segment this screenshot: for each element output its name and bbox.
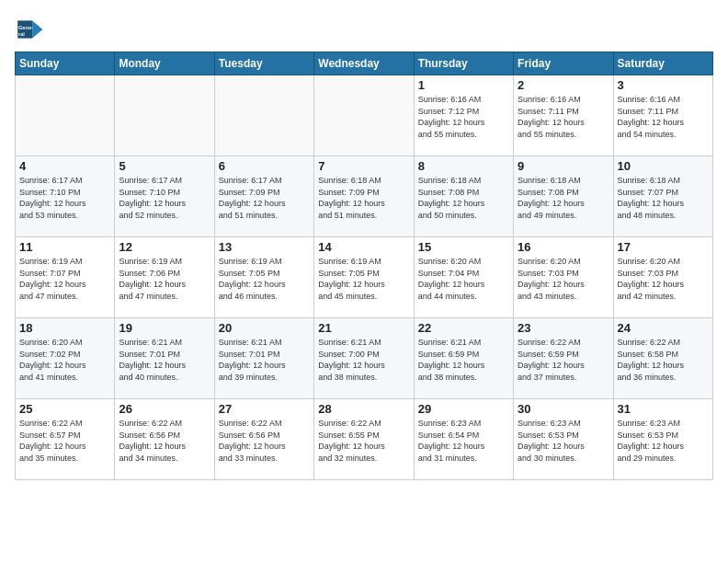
day-number: 4: [19, 159, 110, 173]
day-number: 18: [19, 321, 110, 335]
day-number: 2: [518, 78, 609, 92]
svg-text:ral: ral: [18, 31, 25, 37]
day-number: 12: [119, 240, 210, 254]
day-number: 22: [418, 321, 509, 335]
calendar-day-cell: 30Sunrise: 6:23 AM Sunset: 6:53 PM Dayli…: [514, 399, 613, 480]
day-number: 20: [219, 321, 310, 335]
day-info: Sunrise: 6:19 AM Sunset: 7:05 PM Dayligh…: [219, 256, 310, 302]
calendar-week-row: 11Sunrise: 6:19 AM Sunset: 7:07 PM Dayli…: [16, 237, 713, 318]
day-info: Sunrise: 6:21 AM Sunset: 7:01 PM Dayligh…: [119, 337, 210, 383]
day-number: 13: [219, 240, 310, 254]
day-number: 5: [119, 159, 210, 173]
day-number: 7: [318, 159, 409, 173]
calendar-day-cell: [115, 75, 214, 156]
calendar-day-cell: 15Sunrise: 6:20 AM Sunset: 7:04 PM Dayli…: [414, 237, 513, 318]
day-number: 31: [618, 402, 709, 416]
calendar-day-cell: 8Sunrise: 6:18 AM Sunset: 7:08 PM Daylig…: [414, 156, 513, 237]
calendar-day-cell: 10Sunrise: 6:18 AM Sunset: 7:07 PM Dayli…: [613, 156, 712, 237]
day-info: Sunrise: 6:20 AM Sunset: 7:03 PM Dayligh…: [518, 256, 609, 302]
calendar-day-cell: 4Sunrise: 6:17 AM Sunset: 7:10 PM Daylig…: [16, 156, 115, 237]
day-number: 27: [219, 402, 310, 416]
calendar-day-cell: 17Sunrise: 6:20 AM Sunset: 7:03 PM Dayli…: [613, 237, 712, 318]
day-number: 15: [418, 240, 509, 254]
calendar-day-cell: 1Sunrise: 6:16 AM Sunset: 7:12 PM Daylig…: [414, 75, 513, 156]
calendar-day-cell: 26Sunrise: 6:22 AM Sunset: 6:56 PM Dayli…: [115, 399, 214, 480]
calendar-week-row: 4Sunrise: 6:17 AM Sunset: 7:10 PM Daylig…: [16, 156, 713, 237]
day-info: Sunrise: 6:21 AM Sunset: 7:00 PM Dayligh…: [318, 337, 409, 383]
weekday-header-cell: Thursday: [414, 52, 513, 75]
day-number: 16: [518, 240, 609, 254]
day-info: Sunrise: 6:18 AM Sunset: 7:07 PM Dayligh…: [618, 175, 709, 221]
day-info: Sunrise: 6:19 AM Sunset: 7:05 PM Dayligh…: [318, 256, 409, 302]
day-info: Sunrise: 6:16 AM Sunset: 7:11 PM Dayligh…: [618, 94, 709, 140]
day-info: Sunrise: 6:19 AM Sunset: 7:06 PM Dayligh…: [119, 256, 210, 302]
day-info: Sunrise: 6:18 AM Sunset: 7:09 PM Dayligh…: [318, 175, 409, 221]
day-number: 11: [19, 240, 110, 254]
day-info: Sunrise: 6:22 AM Sunset: 6:56 PM Dayligh…: [219, 418, 310, 464]
calendar-day-cell: 6Sunrise: 6:17 AM Sunset: 7:09 PM Daylig…: [214, 156, 313, 237]
calendar-day-cell: 23Sunrise: 6:22 AM Sunset: 6:59 PM Dayli…: [514, 318, 613, 399]
day-number: 21: [318, 321, 409, 335]
day-info: Sunrise: 6:22 AM Sunset: 6:55 PM Dayligh…: [318, 418, 409, 464]
calendar-day-cell: 29Sunrise: 6:23 AM Sunset: 6:54 PM Dayli…: [414, 399, 513, 480]
day-info: Sunrise: 6:16 AM Sunset: 7:12 PM Dayligh…: [418, 94, 509, 140]
calendar-day-cell: 2Sunrise: 6:16 AM Sunset: 7:11 PM Daylig…: [514, 75, 613, 156]
calendar-day-cell: 7Sunrise: 6:18 AM Sunset: 7:09 PM Daylig…: [314, 156, 414, 237]
weekday-header-cell: Tuesday: [214, 52, 313, 75]
calendar-day-cell: 5Sunrise: 6:17 AM Sunset: 7:10 PM Daylig…: [115, 156, 214, 237]
weekday-header-cell: Friday: [514, 52, 613, 75]
logo: Gene- ral: [15, 15, 48, 44]
day-info: Sunrise: 6:20 AM Sunset: 7:04 PM Dayligh…: [418, 256, 509, 302]
day-info: Sunrise: 6:21 AM Sunset: 7:01 PM Dayligh…: [219, 337, 310, 383]
day-info: Sunrise: 6:22 AM Sunset: 6:58 PM Dayligh…: [618, 337, 709, 383]
day-number: 17: [618, 240, 709, 254]
day-info: Sunrise: 6:22 AM Sunset: 6:56 PM Dayligh…: [119, 418, 210, 464]
calendar-day-cell: 20Sunrise: 6:21 AM Sunset: 7:01 PM Dayli…: [214, 318, 313, 399]
day-info: Sunrise: 6:18 AM Sunset: 7:08 PM Dayligh…: [518, 175, 609, 221]
calendar-week-row: 1Sunrise: 6:16 AM Sunset: 7:12 PM Daylig…: [16, 75, 713, 156]
day-number: 29: [418, 402, 509, 416]
calendar-day-cell: [214, 75, 313, 156]
day-info: Sunrise: 6:21 AM Sunset: 6:59 PM Dayligh…: [418, 337, 509, 383]
day-info: Sunrise: 6:22 AM Sunset: 6:57 PM Dayligh…: [19, 418, 110, 464]
day-number: 9: [518, 159, 609, 173]
calendar-day-cell: 16Sunrise: 6:20 AM Sunset: 7:03 PM Dayli…: [514, 237, 613, 318]
day-number: 26: [119, 402, 210, 416]
day-info: Sunrise: 6:23 AM Sunset: 6:53 PM Dayligh…: [518, 418, 609, 464]
day-info: Sunrise: 6:23 AM Sunset: 6:53 PM Dayligh…: [618, 418, 709, 464]
day-number: 14: [318, 240, 409, 254]
svg-text:Gene-: Gene-: [18, 25, 33, 30]
day-number: 23: [518, 321, 609, 335]
day-info: Sunrise: 6:23 AM Sunset: 6:54 PM Dayligh…: [418, 418, 509, 464]
calendar-day-cell: 27Sunrise: 6:22 AM Sunset: 6:56 PM Dayli…: [214, 399, 313, 480]
day-number: 19: [119, 321, 210, 335]
day-number: 1: [418, 78, 509, 92]
day-info: Sunrise: 6:20 AM Sunset: 7:02 PM Dayligh…: [19, 337, 110, 383]
calendar-day-cell: 11Sunrise: 6:19 AM Sunset: 7:07 PM Dayli…: [16, 237, 115, 318]
calendar-day-cell: 18Sunrise: 6:20 AM Sunset: 7:02 PM Dayli…: [16, 318, 115, 399]
page-header: Gene- ral: [15, 15, 713, 44]
calendar-week-row: 25Sunrise: 6:22 AM Sunset: 6:57 PM Dayli…: [16, 399, 713, 480]
calendar-day-cell: 25Sunrise: 6:22 AM Sunset: 6:57 PM Dayli…: [16, 399, 115, 480]
calendar-day-cell: [314, 75, 414, 156]
weekday-header-cell: Saturday: [613, 52, 712, 75]
day-number: 24: [618, 321, 709, 335]
day-info: Sunrise: 6:17 AM Sunset: 7:10 PM Dayligh…: [19, 175, 110, 221]
calendar-day-cell: 14Sunrise: 6:19 AM Sunset: 7:05 PM Dayli…: [314, 237, 414, 318]
day-number: 8: [418, 159, 509, 173]
weekday-header-cell: Wednesday: [314, 52, 414, 75]
day-number: 6: [219, 159, 310, 173]
day-info: Sunrise: 6:20 AM Sunset: 7:03 PM Dayligh…: [618, 256, 709, 302]
day-info: Sunrise: 6:19 AM Sunset: 7:07 PM Dayligh…: [19, 256, 110, 302]
day-info: Sunrise: 6:18 AM Sunset: 7:08 PM Dayligh…: [418, 175, 509, 221]
day-number: 30: [518, 402, 609, 416]
day-info: Sunrise: 6:16 AM Sunset: 7:11 PM Dayligh…: [518, 94, 609, 140]
calendar-day-cell: [16, 75, 115, 156]
calendar-day-cell: 24Sunrise: 6:22 AM Sunset: 6:58 PM Dayli…: [613, 318, 712, 399]
calendar-week-row: 18Sunrise: 6:20 AM Sunset: 7:02 PM Dayli…: [16, 318, 713, 399]
calendar-day-cell: 12Sunrise: 6:19 AM Sunset: 7:06 PM Dayli…: [115, 237, 214, 318]
day-info: Sunrise: 6:17 AM Sunset: 7:09 PM Dayligh…: [219, 175, 310, 221]
day-info: Sunrise: 6:17 AM Sunset: 7:10 PM Dayligh…: [119, 175, 210, 221]
day-info: Sunrise: 6:22 AM Sunset: 6:59 PM Dayligh…: [518, 337, 609, 383]
calendar-day-cell: 13Sunrise: 6:19 AM Sunset: 7:05 PM Dayli…: [214, 237, 313, 318]
